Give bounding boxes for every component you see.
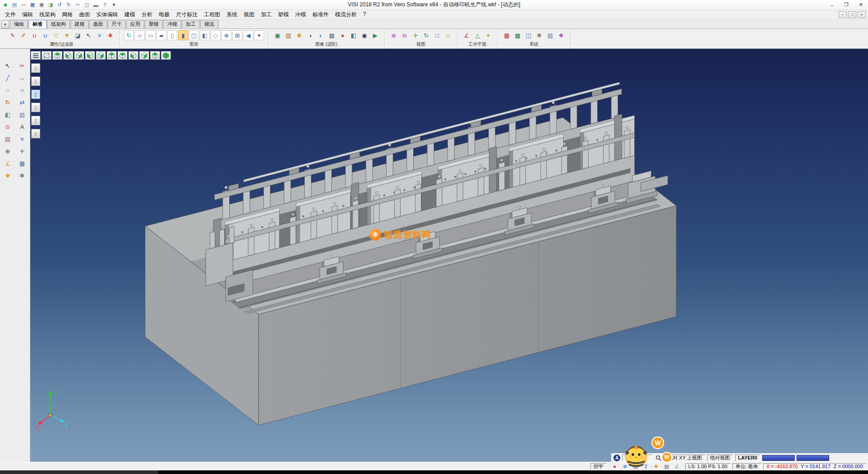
model-slot-1[interactable]: ▯ bbox=[31, 63, 40, 73]
view-left-button[interactable] bbox=[96, 51, 106, 60]
circle-tool-icon[interactable]: ○ bbox=[2, 85, 14, 95]
menu-item-6[interactable]: 实体编辑 bbox=[93, 10, 121, 19]
help-icon[interactable]: ? bbox=[101, 1, 109, 9]
view-iso-2-button[interactable] bbox=[128, 51, 138, 60]
tab-4[interactable]: 建模 bbox=[71, 20, 89, 28]
line-tool-icon[interactable]: ╱ bbox=[2, 73, 14, 83]
tab-8[interactable]: 塑模 bbox=[145, 20, 163, 28]
rotate-tool-icon[interactable]: ↻ bbox=[2, 97, 14, 108]
close-button[interactable]: ✕ bbox=[854, 0, 868, 9]
view-plane-button[interactable] bbox=[42, 51, 52, 60]
layer-color-bar-1[interactable] bbox=[762, 455, 795, 461]
lighting-icon[interactable]: ✺ bbox=[294, 30, 304, 40]
status-scale-field[interactable]: LS: 1.00 PS: 1.00 bbox=[685, 463, 731, 470]
quickbar-dropdown-icon[interactable]: ▾ bbox=[110, 1, 118, 9]
dynamic-shading-icon[interactable]: ▮ bbox=[178, 30, 188, 40]
copy-icon[interactable]: ◫ bbox=[83, 1, 91, 9]
os-taskbar[interactable] bbox=[0, 470, 868, 474]
layer-manager-icon[interactable]: ≡ bbox=[94, 30, 104, 40]
menu-item-3[interactable]: 线架构 bbox=[36, 10, 59, 19]
minimize-button[interactable]: – bbox=[825, 0, 839, 9]
animation-icon[interactable]: ▶ bbox=[370, 30, 380, 40]
paste-icon[interactable]: ▬ bbox=[92, 1, 100, 9]
view-right-button[interactable] bbox=[74, 51, 84, 60]
shaded-view-icon[interactable]: ▰ bbox=[156, 30, 166, 40]
undo-icon[interactable]: ↺ bbox=[56, 1, 64, 9]
maximize-button[interactable]: ❐ bbox=[839, 0, 854, 9]
surface-tool-icon[interactable]: ◧ bbox=[2, 109, 14, 120]
scene-manager-icon[interactable]: ◧ bbox=[349, 30, 359, 40]
delete-tool-icon[interactable]: ▨ bbox=[2, 134, 14, 144]
model-slot-2[interactable]: ▯ bbox=[31, 76, 40, 86]
menu-item-1[interactable]: 文件 bbox=[2, 10, 19, 19]
isometric-view-icon[interactable]: ◇ bbox=[443, 30, 453, 40]
open-file-icon[interactable]: ▭ bbox=[19, 1, 28, 9]
tab-10[interactable]: 加工 bbox=[182, 20, 200, 28]
snapshot-icon[interactable]: ◉ bbox=[359, 30, 369, 40]
tab-6[interactable]: 尺寸 bbox=[108, 20, 126, 28]
workplane-xy-icon[interactable]: ∠ bbox=[462, 30, 472, 40]
tab-1[interactable]: 编辑 bbox=[10, 20, 28, 28]
status-view-mode[interactable]: 绝对视图 bbox=[707, 455, 733, 461]
magnet-snap-icon[interactable]: ∪ bbox=[29, 30, 39, 40]
menu-item-13[interactable]: 视图 bbox=[241, 10, 258, 19]
copy-view-icon[interactable]: ◨ bbox=[47, 1, 55, 9]
element-attributes-icon[interactable]: ✎ bbox=[8, 30, 18, 40]
wireframe-view-icon[interactable]: ▱ bbox=[135, 30, 145, 40]
shaded-edges-icon[interactable]: ▯ bbox=[167, 30, 177, 40]
color-table-icon[interactable]: ▦ bbox=[502, 30, 512, 40]
menu-item-8[interactable]: 分析 bbox=[138, 10, 156, 19]
pan-view-icon[interactable]: ✛ bbox=[410, 30, 420, 40]
view-shaded-button[interactable] bbox=[161, 51, 171, 60]
cut-icon[interactable]: ✂ bbox=[74, 1, 82, 9]
menu-item-19[interactable]: ? bbox=[360, 10, 369, 19]
hidden-line-icon[interactable]: ▭ bbox=[146, 30, 156, 40]
ucs-tool-icon[interactable]: ∠ bbox=[2, 158, 14, 169]
tab-overflow-arrow[interactable]: ▼ bbox=[1, 20, 9, 28]
view-bottom-button[interactable] bbox=[107, 51, 117, 60]
menu-item-18[interactable]: 模流分析 bbox=[332, 10, 360, 19]
solid-tool-icon[interactable]: ▧ bbox=[16, 109, 28, 120]
status-layer-field[interactable]: LAYER0 bbox=[735, 455, 760, 461]
tab-9[interactable]: 冲模 bbox=[163, 20, 181, 28]
section-view-icon[interactable]: ◧ bbox=[200, 30, 210, 40]
new-document-icon[interactable]: ▤ bbox=[10, 1, 19, 9]
status-units-field[interactable]: 单位: 毫米 bbox=[732, 463, 761, 470]
menu-item-11[interactable]: 工程图 bbox=[201, 10, 223, 19]
previous-view-icon[interactable]: ◀ bbox=[243, 30, 253, 40]
menu-item-16[interactable]: 冲模 bbox=[292, 10, 309, 19]
pan-tool-icon[interactable]: ✛ bbox=[16, 146, 28, 156]
status-snap-field[interactable]: 控宇 bbox=[590, 463, 607, 470]
rotate-view-icon[interactable]: ↻ bbox=[421, 30, 431, 40]
screen-grid-icon[interactable]: ▩ bbox=[513, 30, 523, 40]
layer-color-bar-2[interactable] bbox=[797, 455, 829, 461]
background-icon[interactable]: ▩ bbox=[327, 30, 337, 40]
zoom-out-icon[interactable]: ⊖ bbox=[400, 30, 410, 40]
status-snap-ball-icon[interactable]: ● bbox=[610, 463, 619, 470]
model-slot-4[interactable]: ▯ bbox=[31, 103, 40, 112]
point-tool-icon[interactable]: ⊙ bbox=[2, 122, 14, 132]
workplane-dynamic-icon[interactable]: ✦ bbox=[483, 30, 493, 40]
entity-filter-icon[interactable]: ▽ bbox=[51, 30, 61, 40]
material-icon[interactable]: ● bbox=[338, 30, 348, 40]
measure-tool-icon[interactable]: ↔ bbox=[16, 73, 28, 83]
view-iso-4-button[interactable] bbox=[150, 51, 160, 60]
model-slot-6[interactable]: ▯ bbox=[31, 129, 40, 138]
model-viewport[interactable]: ▯▯▯▯▯▯ ❋ 智造资料网 Y X Z bbox=[30, 49, 868, 462]
calculator-icon[interactable]: ▤ bbox=[545, 30, 555, 40]
selection-arrow-icon[interactable]: ↖ bbox=[2, 61, 14, 71]
app-logo-icon[interactable]: ◆ bbox=[1, 1, 9, 9]
display-config-icon[interactable]: ◫ bbox=[524, 30, 533, 40]
menu-item-2[interactable]: 编辑 bbox=[19, 10, 36, 19]
menu-item-7[interactable]: 建模 bbox=[121, 10, 138, 19]
zoom-window-icon[interactable]: ⊞ bbox=[232, 30, 242, 40]
tab-5[interactable]: 曲面 bbox=[89, 20, 107, 28]
palette-tool-icon[interactable]: ❖ bbox=[2, 171, 14, 181]
menu-item-17[interactable]: 标准件 bbox=[309, 10, 332, 19]
trim-scissors-icon[interactable]: ✂ bbox=[16, 61, 28, 71]
grid-tool-icon[interactable]: ▦ bbox=[16, 158, 28, 169]
magnet-release-icon[interactable]: ∪ bbox=[40, 30, 50, 40]
attribute-painter-icon[interactable]: ✐ bbox=[19, 30, 28, 40]
menu-item-15[interactable]: 塑模 bbox=[275, 10, 292, 19]
redraw-icon[interactable]: ↻ bbox=[124, 30, 134, 40]
